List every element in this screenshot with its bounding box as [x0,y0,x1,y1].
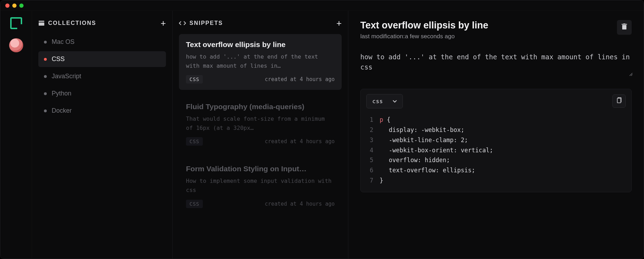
snippet-card[interactable]: Fluid Typography (media-queries)That wou… [179,96,342,152]
trash-icon [622,24,627,31]
svg-rect-2 [622,25,626,29]
snippets-title: SNIPPETS [189,20,223,26]
collection-item[interactable]: Docker [38,103,166,119]
code-text: } [380,175,383,186]
snippet-created: created at 4 hours ago [265,201,335,207]
code-line: 4-webkit-box-orient: vertical; [366,145,626,155]
main-layout: COLLECTIONS + Mac OSCSSJavaScriptPythonD… [0,11,644,259]
code-icon [179,21,186,26]
collection-item-label: Mac OS [52,38,75,46]
snippets-header: SNIPPETS + [179,19,342,28]
detail-last-modified: last modification:a few seconds ago [360,33,488,40]
collection-item-label: Docker [52,107,72,114]
code-line: 3-webkit-line-clamp: 2; [366,135,626,145]
snippet-card[interactable]: Form Validation Styling on Input…How to … [179,158,342,214]
code-line: 5overflow: hidden; [366,155,626,165]
collection-item[interactable]: CSS [38,51,166,67]
code-line: 6text-overflow: ellipsis; [366,165,626,175]
snippet-created: created at 4 hours ago [265,138,335,145]
svg-rect-0 [39,21,44,22]
svg-rect-5 [617,98,621,103]
line-number: 2 [366,125,373,135]
collection-dot-icon [44,75,47,78]
line-number: 1 [366,115,373,125]
delete-snippet-button[interactable] [617,20,632,35]
add-snippet-button[interactable]: + [336,19,342,28]
collection-item[interactable]: Python [38,86,166,101]
line-number: 5 [366,155,373,165]
collections-icon [38,20,45,26]
code-lines[interactable]: 1p {2display: -webkit-box;3-webkit-line-… [366,115,626,186]
snippet-detail: Text overflow ellipsis by line last modi… [348,11,644,259]
snippet-card-footer: CSScreated at 4 hours ago [186,75,335,84]
svg-rect-4 [623,24,625,24]
detail-sub-prefix: last modification: [360,33,405,40]
language-select-value: css [372,98,383,105]
window-close-button[interactable] [5,4,9,8]
snippet-card-desc: That would scale font-size from a minimu… [186,114,335,132]
collection-dot-icon [44,41,47,44]
snippet-tag: CSS [186,200,203,208]
language-select[interactable]: css [366,94,403,108]
copy-icon [616,97,622,105]
snippet-card-title: Text overflow ellipsis by line [186,40,335,49]
code-text: p { [380,115,391,125]
code-text: display: -webkit-box; [380,125,464,135]
window-zoom-button[interactable] [19,4,24,8]
code-text: overflow: hidden; [380,155,450,165]
collections-header: COLLECTIONS + [38,19,166,28]
app-logo-icon[interactable] [10,17,22,29]
collection-item[interactable]: Mac OS [38,34,166,50]
app-window: COLLECTIONS + Mac OSCSSJavaScriptPythonD… [0,0,644,259]
chevron-down-icon [393,98,397,104]
window-minimize-button[interactable] [12,4,17,8]
line-number: 6 [366,165,373,175]
add-collection-button[interactable]: + [161,19,166,28]
collections-list: Mac OSCSSJavaScriptPythonDocker [38,34,166,119]
snippet-card-footer: CSScreated at 4 hours ago [186,200,335,208]
svg-rect-1 [39,22,44,26]
collections-title: COLLECTIONS [48,20,96,26]
line-number: 3 [366,135,373,145]
copy-code-button[interactable] [612,94,626,108]
snippet-card-title: Fluid Typography (media-queries) [186,102,335,111]
detail-title: Text overflow ellipsis by line [360,20,488,31]
line-number: 4 [366,145,373,155]
code-text: -webkit-box-orient: vertical; [380,145,493,155]
snippet-card[interactable]: Text overflow ellipsis by linehow to add… [179,34,342,90]
code-line: 2display: -webkit-box; [366,125,626,135]
code-text: -webkit-line-clamp: 2; [380,135,468,145]
collections-panel: COLLECTIONS + Mac OSCSSJavaScriptPythonD… [32,11,173,259]
detail-description-text: how to add '...' at the end of the text … [360,53,630,71]
collection-dot-icon [44,92,47,95]
resize-handle-icon[interactable] [629,71,633,79]
snippet-tag: CSS [186,137,203,146]
snippet-card-desc: How to implement some input validation w… [186,177,335,194]
collection-dot-icon [44,109,47,112]
window-titlebar [0,0,644,11]
nav-rail [0,11,32,259]
snippet-created: created at 4 hours ago [265,76,335,82]
code-line: 7} [366,175,626,186]
code-block: css 1p {2display: -webkit-box;3-webkit-l… [360,89,632,192]
line-number: 7 [366,175,373,186]
detail-description[interactable]: how to add '...' at the end of the text … [360,52,632,73]
snippet-card-title: Form Validation Styling on Input… [186,165,335,173]
collection-item[interactable]: JavaScript [38,68,166,84]
snippet-tag: CSS [186,75,203,84]
user-avatar[interactable] [9,38,23,52]
snippets-panel: SNIPPETS + Text overflow ellipsis by lin… [173,11,348,259]
snippet-card-footer: CSScreated at 4 hours ago [186,137,335,146]
collection-item-label: CSS [52,55,65,63]
code-line: 1p { [366,115,626,125]
snippet-card-desc: how to add '...' at the end of the text … [186,52,335,70]
code-text: text-overflow: ellipsis; [380,165,475,175]
detail-sub-value: a few seconds ago [405,33,455,40]
snippets-list: Text overflow ellipsis by linehow to add… [179,34,342,214]
collection-dot-icon [44,58,47,61]
collection-item-label: Python [52,90,71,97]
collection-item-label: JavaScript [52,73,81,80]
